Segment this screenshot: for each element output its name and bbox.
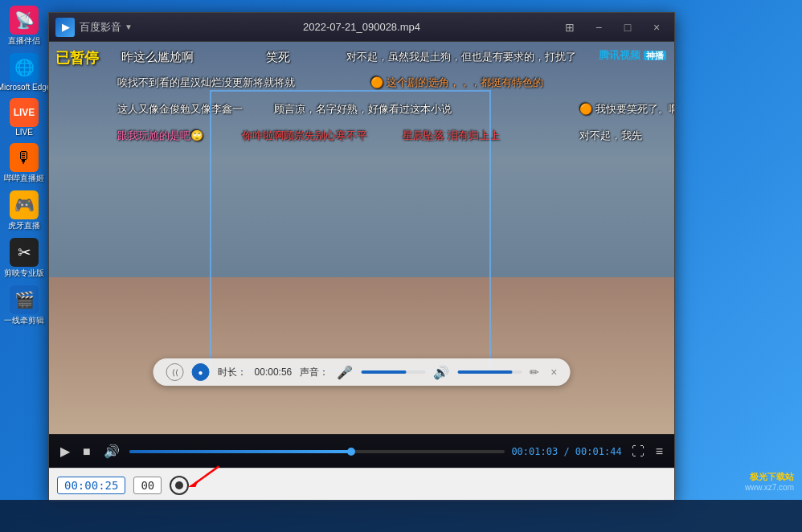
- maximize-button[interactable]: □: [616, 18, 639, 36]
- desktop: 📡 直播伴侣 🌐 Microsoft Edge LIVE LIVE 🎙 哔哔直播…: [0, 0, 802, 532]
- mini-control-panel: ⟨⟨ ● 时长： 00:00:56 声音： 🎤 🔊 ✏: [153, 358, 571, 386]
- mini-speaker-icon: 🔊: [433, 365, 449, 380]
- mini-volume-label: 声音：: [300, 366, 329, 379]
- fullscreen-button[interactable]: ⛶: [628, 443, 648, 460]
- play-button[interactable]: ▶: [57, 442, 73, 460]
- progress-bar[interactable]: [129, 450, 505, 453]
- desktop-icon-5[interactable]: ✂ 剪映专业版: [3, 236, 45, 280]
- title-bar: ▶ 百度影音 ▼ 2022-07-21_090028.mp4 ⊞ − □ ×: [49, 13, 674, 42]
- desktop-icon-4[interactable]: 🎮 虎牙直播: [3, 189, 45, 233]
- stop-button[interactable]: ■: [80, 443, 94, 460]
- icon-label-2: LIVE: [15, 128, 33, 137]
- icon-label-6: 一线牵剪辑: [4, 315, 44, 326]
- watermark-bottom: www.xz7.com: [745, 483, 794, 492]
- player-logo: ▶: [55, 18, 75, 37]
- time-display: 00:01:03 / 00:01:44: [511, 446, 621, 457]
- playlist-button[interactable]: ≡: [653, 443, 666, 460]
- close-button[interactable]: ×: [645, 18, 668, 36]
- progress-thumb: [347, 448, 355, 456]
- watermark: 极光下载站 www.xz7.com: [745, 471, 794, 492]
- desktop-icon-0[interactable]: 📡 直播伴侣: [3, 4, 45, 48]
- mini-mic-icon: 🎤: [337, 365, 353, 380]
- red-arrow-indicator: [178, 463, 226, 487]
- total-time: 00:01:44: [575, 446, 622, 457]
- progress-fill: [129, 450, 351, 453]
- paused-label: 已暂停: [55, 48, 99, 68]
- mini-duration-label: 时长：: [218, 366, 247, 379]
- dropdown-arrow[interactable]: ▼: [125, 23, 133, 31]
- current-time: 00:01:03: [511, 446, 558, 457]
- mini-close-btn[interactable]: ×: [550, 366, 557, 379]
- mini-pencil-icon[interactable]: ✏: [530, 366, 539, 379]
- icon-label-0: 直播伴侣: [8, 35, 40, 47]
- svg-line-0: [194, 466, 219, 483]
- desktop-icon-2[interactable]: LIVE LIVE: [3, 96, 45, 138]
- desktop-icons-panel: 📡 直播伴侣 🌐 Microsoft Edge LIVE LIVE 🎙 哔哔直播…: [0, 0, 48, 532]
- taskbar: [0, 500, 802, 532]
- player-controls: ▶ ■ 🔊 00:01:03 / 00:01:44 ⛶ ≡: [49, 434, 674, 468]
- volume-button[interactable]: 🔊: [100, 442, 123, 460]
- window-controls: ⊞ − □ ×: [559, 18, 668, 36]
- timecode-box[interactable]: 00:00:25: [57, 477, 125, 494]
- svg-marker-1: [188, 480, 198, 487]
- ctrl-right: ⛶ ≡: [628, 443, 666, 460]
- icon-label-1: Microsoft Edge: [0, 83, 51, 92]
- mini-output-slider[interactable]: [457, 370, 522, 374]
- app-name: 百度影音: [80, 20, 121, 35]
- desktop-icon-3[interactable]: 🎙 哔哔直播姬: [3, 141, 45, 186]
- player-window: ▶ 百度影音 ▼ 2022-07-21_090028.mp4 ⊞ − □ ×: [48, 12, 675, 502]
- time-separator: /: [563, 446, 575, 457]
- desktop-icon-1[interactable]: 🌐 Microsoft Edge: [3, 51, 45, 93]
- bottom-bar: 00:00:25 00: [49, 468, 674, 501]
- desktop-icon-6[interactable]: 🎬 一线牵剪辑: [3, 284, 45, 328]
- icon-label-4: 虎牙直播: [8, 220, 40, 231]
- mini-prev-btn[interactable]: ⟨⟨: [166, 363, 184, 381]
- video-area[interactable]: 已暂停 昨这么尴尬啊 笑死 对不起，虽然我是土狗，但也是有要求的，打扰了 唉找不…: [49, 42, 674, 434]
- crop-selection-rect: [210, 90, 491, 371]
- icon-label-3: 哔哔直播姬: [4, 173, 44, 184]
- filename-label: 2022-07-21_090028.mp4: [303, 21, 420, 33]
- mini-duration-value: 00:00:56: [255, 366, 293, 378]
- mini-play-btn[interactable]: ●: [192, 363, 210, 381]
- grid-button[interactable]: ⊞: [559, 18, 581, 36]
- icon-label-5: 剪映专业版: [4, 268, 44, 279]
- mini-volume-slider[interactable]: [361, 370, 425, 374]
- minimize-button[interactable]: −: [587, 18, 610, 36]
- clip-num-box[interactable]: 00: [133, 477, 162, 494]
- watermark-top: 极光下载站: [745, 471, 794, 483]
